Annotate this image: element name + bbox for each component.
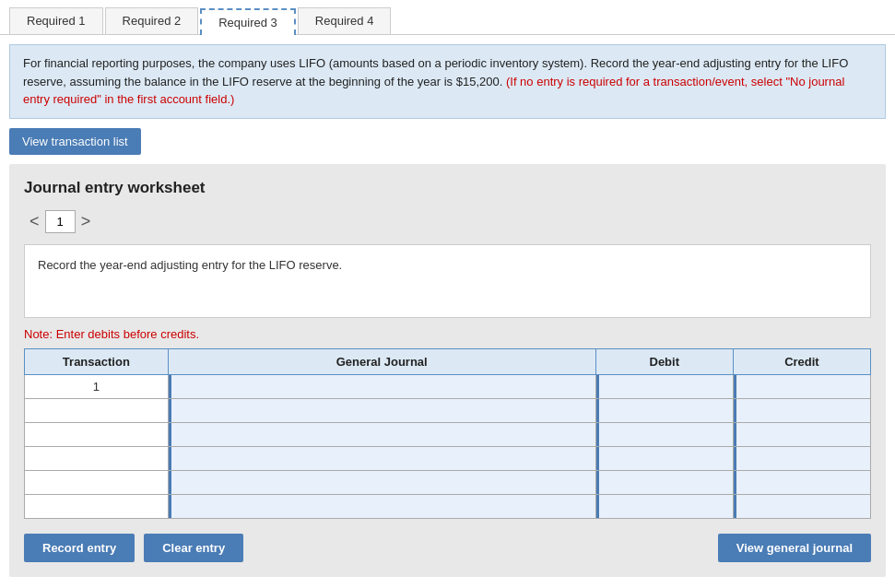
col-header-transaction: Transaction <box>25 348 169 374</box>
debit-cell-5[interactable] <box>595 470 733 494</box>
transaction-num-5 <box>25 470 169 494</box>
description-text: Record the year-end adjusting entry for … <box>38 258 342 272</box>
credit-cell-6[interactable] <box>733 494 870 518</box>
clear-entry-button[interactable]: Clear entry <box>144 534 243 562</box>
credit-cell-5[interactable] <box>733 470 870 494</box>
tabs-bar: Required 1 Required 2 Required 3 Require… <box>0 0 895 35</box>
view-general-journal-button[interactable]: View general journal <box>718 534 871 562</box>
debit-input-3[interactable] <box>596 423 733 446</box>
prev-page-button[interactable]: < <box>24 210 45 233</box>
col-header-debit: Debit <box>595 348 733 374</box>
debit-cell-2[interactable] <box>595 398 733 422</box>
general-journal-input-2[interactable] <box>169 399 595 422</box>
general-journal-cell-4[interactable] <box>168 446 595 470</box>
credit-cell-3[interactable] <box>733 422 870 446</box>
table-row <box>25 422 871 446</box>
general-journal-input-4[interactable] <box>169 447 595 470</box>
tab-required-2[interactable]: Required 2 <box>105 7 199 34</box>
page-nav: < 1 > <box>24 210 871 233</box>
credit-input-5[interactable] <box>734 471 870 494</box>
table-row <box>25 398 871 422</box>
general-journal-cell-5[interactable] <box>168 470 595 494</box>
credit-input-1[interactable] <box>734 375 870 398</box>
record-entry-button[interactable]: Record entry <box>24 534 135 562</box>
transaction-num-6 <box>25 494 169 518</box>
debit-cell-4[interactable] <box>595 446 733 470</box>
debit-input-4[interactable] <box>596 447 733 470</box>
page-number: 1 <box>45 210 76 233</box>
debit-cell-6[interactable] <box>595 494 733 518</box>
credit-input-2[interactable] <box>734 399 870 422</box>
credit-cell-1[interactable] <box>733 374 870 398</box>
general-journal-input-3[interactable] <box>169 423 595 446</box>
debit-input-5[interactable] <box>596 471 733 494</box>
journal-table: Transaction General Journal Debit Credit… <box>24 348 871 519</box>
view-transaction-list-button[interactable]: View transaction list <box>9 128 141 155</box>
worksheet-container: Journal entry worksheet < 1 > Record the… <box>9 164 886 577</box>
transaction-num-1: 1 <box>25 374 169 398</box>
table-row <box>25 494 871 518</box>
general-journal-cell-3[interactable] <box>168 422 595 446</box>
debit-input-2[interactable] <box>596 399 733 422</box>
general-journal-input-6[interactable] <box>169 495 595 518</box>
tab-required-3[interactable]: Required 3 <box>200 8 296 35</box>
debit-cell-3[interactable] <box>595 422 733 446</box>
info-box: For financial reporting purposes, the co… <box>9 44 886 119</box>
transaction-num-3 <box>25 422 169 446</box>
tab-required-1[interactable]: Required 1 <box>9 7 103 34</box>
transaction-num-2 <box>25 398 169 422</box>
credit-cell-2[interactable] <box>733 398 870 422</box>
transaction-num-4 <box>25 446 169 470</box>
general-journal-cell-1[interactable] <box>168 374 595 398</box>
credit-input-3[interactable] <box>734 423 870 446</box>
general-journal-input-5[interactable] <box>169 471 595 494</box>
debit-input-6[interactable] <box>596 495 733 518</box>
spacer <box>253 534 709 562</box>
credit-cell-4[interactable] <box>733 446 870 470</box>
note-text: Note: Enter debits before credits. <box>24 327 871 341</box>
next-page-button[interactable]: > <box>76 210 97 233</box>
debit-input-1[interactable] <box>596 375 733 398</box>
description-box: Record the year-end adjusting entry for … <box>24 244 871 318</box>
table-row <box>25 470 871 494</box>
tab-required-4[interactable]: Required 4 <box>298 7 392 34</box>
general-journal-cell-2[interactable] <box>168 398 595 422</box>
bottom-buttons: Record entry Clear entry View general jo… <box>24 534 871 562</box>
col-header-credit: Credit <box>733 348 870 374</box>
worksheet-title: Journal entry worksheet <box>24 179 871 197</box>
general-journal-input-1[interactable] <box>169 375 595 398</box>
table-row: 1 <box>25 374 871 398</box>
general-journal-cell-6[interactable] <box>168 494 595 518</box>
credit-input-6[interactable] <box>734 495 870 518</box>
credit-input-4[interactable] <box>734 447 870 470</box>
table-row <box>25 446 871 470</box>
col-header-general-journal: General Journal <box>168 348 595 374</box>
debit-cell-1[interactable] <box>595 374 733 398</box>
